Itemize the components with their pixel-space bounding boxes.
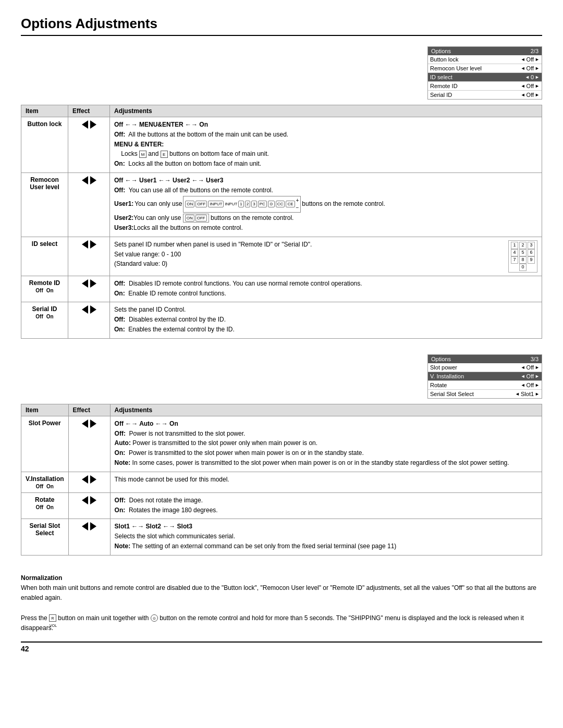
effect-id-select — [68, 237, 110, 276]
menu-row-buttonlock: Button lock ◄ Off ► — [428, 55, 542, 64]
right-arrow-icon-6 — [90, 419, 96, 428]
section-2: Options 3/3 Slot power ◄ Off ► V. Instal… — [21, 354, 542, 568]
menu-screenshot-2: Options 3/3 Slot power ◄ Off ► V. Instal… — [427, 354, 542, 399]
effect-button-lock — [68, 117, 110, 173]
v-installation-off-on: OffOn — [26, 484, 64, 489]
menu-row-serialslot: Serial Slot Select ◄ Slot1 ► — [428, 390, 542, 398]
row-v-installation: V.Installation OffOn This mode cannot be… — [21, 472, 542, 492]
right-arrow-icon-7 — [90, 475, 96, 484]
menu-row-serialid: Serial ID ◄ Off ► — [428, 91, 542, 99]
item-id-select: ID select — [21, 237, 68, 276]
normalization-body: When both main unit buttons and remote c… — [21, 583, 542, 603]
right-arrow-icon-9 — [90, 522, 96, 530]
col-header-effect-1: Effect — [68, 105, 110, 117]
col-header-item-1: Item — [21, 105, 68, 117]
left-arrow-icon-9 — [82, 522, 88, 530]
effect-rotate — [68, 492, 110, 519]
adj-serial-slot: Slot1 ←→ Slot2 ←→ Slot3 Selects the slot… — [110, 519, 542, 555]
col-header-effect-2: Effect — [68, 404, 110, 416]
effect-slot-power — [68, 416, 110, 472]
adjustments-table-1: Item Effect Adjustments Button lock Off … — [21, 105, 542, 339]
menu-row-rotate: Rotate ◄ Off ► — [428, 381, 542, 390]
menu-row-slotpower: Slot power ◄ Off ► — [428, 363, 542, 372]
item-rotate: Rotate OffOn — [21, 492, 69, 519]
item-serial-id: Serial ID OffOn — [21, 302, 68, 338]
row-remote-id: Remote ID OffOn Off: Disables ID remote … — [21, 276, 542, 302]
menu-row-remoteid: Remote ID ◄ Off ► — [428, 82, 542, 91]
remote-id-off-on: OffOn — [26, 288, 64, 293]
right-arrow-icon-8 — [90, 496, 96, 504]
left-arrow-icon-7 — [82, 475, 88, 484]
menu-label-2: Options — [431, 356, 451, 362]
rotate-off-on: OffOn — [26, 504, 64, 510]
number-pad-diagram: 123 456 789 0 — [508, 240, 537, 273]
menu-row-idselect: ID select ◄ 0 ► — [428, 73, 542, 82]
effect-serial-slot — [68, 519, 110, 555]
serial-id-off-on: OffOn — [26, 314, 64, 319]
adj-rotate: Off: Does not rotate the image. On: Rota… — [110, 492, 542, 519]
row-slot-power: Slot Power Off ←→ Auto ←→ On Off: Power … — [21, 416, 542, 472]
menu-page-2: 3/3 — [531, 356, 538, 362]
effect-serial-id — [68, 302, 110, 338]
row-id-select: ID select Sets panel ID number when pane… — [21, 237, 542, 276]
normalization-body2: Press the RVOL button on main unit toget… — [21, 613, 542, 633]
row-rotate: Rotate OffOn Off: Does not rotate the im… — [21, 492, 542, 519]
adj-remote-id: Off: Disables ID remote control function… — [110, 276, 542, 302]
row-serial-slot: Serial SlotSelect Slot1 ←→ Slot2 ←→ Slot… — [21, 519, 542, 555]
user1-buttons: ON OFF INPUT INPUT 123 PC ⊙ CC CE +− — [183, 196, 301, 213]
item-button-lock: Button lock — [21, 117, 68, 173]
effect-remocon — [68, 172, 110, 237]
item-remote-id: Remote ID OffOn — [21, 276, 68, 302]
item-serial-slot: Serial SlotSelect — [21, 519, 69, 555]
col-header-item-2: Item — [21, 404, 69, 416]
item-slot-power: Slot Power — [21, 416, 69, 472]
right-arrow-icon-3 — [90, 240, 96, 249]
menu-row-vinstall: V. Installation ◄ Off ► — [428, 372, 542, 381]
menu-label-1: Options — [431, 48, 451, 54]
left-arrow-icon-5 — [82, 305, 88, 314]
right-arrow-icon-2 — [90, 176, 96, 184]
menu-row-remocon: Remocon User level ◄ Off ► — [428, 64, 542, 73]
adj-v-installation: This mode cannot be used for this model. — [110, 472, 542, 492]
normalization-section: Normalization When both main unit button… — [21, 573, 542, 633]
col-header-adjustments-2: Adjustments — [110, 404, 542, 416]
right-arrow-icon-4 — [90, 279, 96, 288]
left-arrow-icon-6 — [82, 419, 88, 428]
row-serial-id: Serial ID OffOn Sets the panel ID Contro… — [21, 302, 542, 338]
main-button-icon: RVOL — [49, 614, 56, 622]
enter-button-icon: E — [161, 151, 168, 158]
adj-remocon: Off ←→ User1 ←→ User2 ←→ User3 Off: You … — [110, 172, 542, 237]
left-arrow-icon-3 — [82, 240, 88, 249]
col-header-adjustments-1: Adjustments — [110, 105, 542, 117]
row-remocon: RemoconUser level Off ←→ User1 ←→ User2 … — [21, 172, 542, 237]
menu-header-1: Options 2/3 — [428, 47, 542, 55]
adj-slot-power: Off ←→ Auto ←→ On Off: Power is not tran… — [110, 416, 542, 472]
user2-buttons: ONOFF — [183, 214, 209, 223]
item-v-installation: V.Installation OffOn — [21, 472, 69, 492]
menu-header-2: Options 3/3 — [428, 355, 542, 363]
adj-serial-id: Sets the panel ID Control. Off: Disables… — [110, 302, 542, 338]
adj-id-select: Sets panel ID number when panel is used … — [110, 237, 542, 276]
normalization-title: Normalization — [21, 573, 542, 583]
page-title: Options Adjustments — [21, 16, 542, 36]
item-remocon: RemoconUser level — [21, 172, 68, 237]
effect-remote-id — [68, 276, 110, 302]
row-button-lock: Button lock Off ←→ MENU&ENTER ←→ On Off:… — [21, 117, 542, 173]
remote-button-icon: ⊙ — [151, 614, 158, 622]
left-arrow-icon-8 — [82, 496, 88, 504]
adjustments-table-2: Item Effect Adjustments Slot Power Off ←… — [21, 404, 542, 556]
left-arrow-icon — [82, 120, 88, 129]
left-arrow-icon-2 — [82, 176, 88, 184]
right-arrow-icon-5 — [90, 305, 96, 314]
page-number: 42 — [21, 641, 542, 653]
right-arrow-icon — [90, 120, 96, 129]
adj-button-lock: Off ←→ MENU&ENTER ←→ On Off: All the but… — [110, 117, 542, 173]
menu-button-icon: M — [139, 151, 146, 158]
menu-page-1: 2/3 — [531, 48, 538, 54]
menu-screenshot-1: Options 2/3 Button lock ◄ Off ► Remocon … — [427, 46, 542, 100]
effect-v-installation — [68, 472, 110, 492]
left-arrow-icon-4 — [82, 279, 88, 288]
